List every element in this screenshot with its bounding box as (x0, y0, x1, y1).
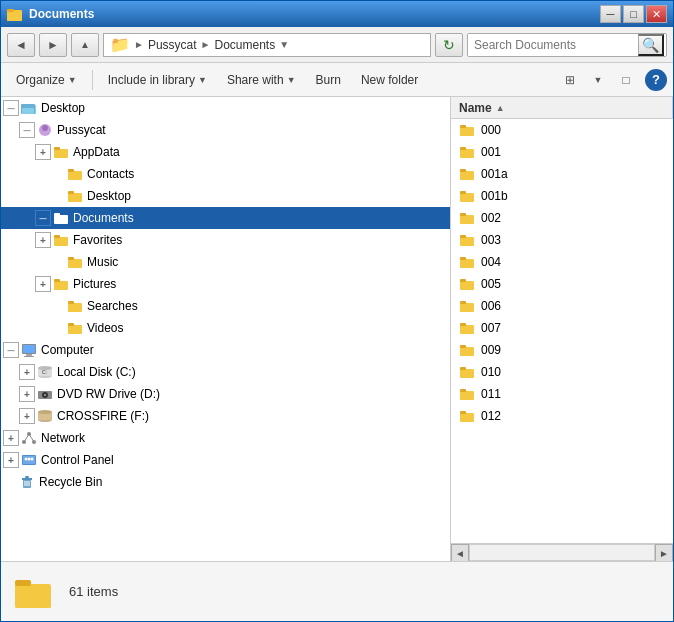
help-button[interactable]: ? (645, 69, 667, 91)
svg-rect-11 (68, 169, 74, 172)
expand-pussycat[interactable]: ─ (19, 122, 35, 138)
address-bar: ◄ ► ▲ 📁 ► Pussycat ► Documents ▼ ↻ 🔍 (1, 27, 673, 63)
tree-item-music[interactable]: Music (1, 251, 450, 273)
expand-documents[interactable]: ─ (35, 210, 51, 226)
file-folder-icon (459, 144, 475, 160)
svg-rect-56 (460, 127, 474, 136)
file-list-item[interactable]: 000 (451, 119, 673, 141)
svg-rect-72 (460, 303, 474, 312)
svg-rect-74 (460, 325, 474, 334)
layout-button[interactable]: □ (613, 68, 639, 92)
crossfire-icon (37, 408, 53, 424)
expand-dvd-drive[interactable]: + (19, 386, 35, 402)
up-button[interactable]: ▲ (71, 33, 99, 57)
expand-pictures[interactable]: + (35, 276, 51, 292)
file-list-item[interactable]: 001b (451, 185, 673, 207)
h-scroll-left-button[interactable]: ◄ (451, 544, 469, 561)
tree-item-documents[interactable]: ─ Documents (1, 207, 450, 229)
tree-item-favorites[interactable]: + Favorites (1, 229, 450, 251)
name-column-header[interactable]: Name ▲ (451, 97, 673, 118)
views-arrow-button[interactable]: ▼ (585, 68, 611, 92)
path-documents[interactable]: Documents (215, 38, 276, 52)
right-panel: Name ▲ 000 001 001a 00 (451, 97, 673, 561)
close-button[interactable]: ✕ (646, 5, 667, 23)
h-scroll-right-button[interactable]: ► (655, 544, 673, 561)
expand-crossfire[interactable]: + (19, 408, 35, 424)
file-folder-icon (459, 232, 475, 248)
expand-network[interactable]: + (3, 430, 19, 446)
tree-item-desktop[interactable]: ─ Desktop (1, 97, 450, 119)
svg-rect-2 (7, 9, 14, 12)
maximize-button[interactable]: □ (623, 5, 644, 23)
svg-rect-75 (460, 323, 466, 326)
search-input[interactable] (468, 34, 638, 56)
expand-local-disk[interactable]: + (19, 364, 35, 380)
back-button[interactable]: ◄ (7, 33, 35, 57)
expand-favorites[interactable]: + (35, 232, 51, 248)
forward-button[interactable]: ► (39, 33, 67, 57)
tree-item-pictures[interactable]: + Pictures (1, 273, 450, 295)
tree-item-crossfire[interactable]: + CROSSFIRE (F:) (1, 405, 450, 427)
tree-item-pussycat[interactable]: ─ Pussycat (1, 119, 450, 141)
file-list-item[interactable]: 007 (451, 317, 673, 339)
file-list-item[interactable]: 001a (451, 163, 673, 185)
h-scroll-track[interactable] (469, 544, 655, 561)
expand-appdata[interactable]: + (35, 144, 51, 160)
organize-button[interactable]: Organize ▼ (7, 67, 86, 93)
file-folder-icon (459, 342, 475, 358)
tree-item-desktop2[interactable]: Desktop (1, 185, 450, 207)
file-folder-icon (459, 386, 475, 402)
file-list-item[interactable]: 009 (451, 339, 673, 361)
path-pussycat[interactable]: Pussycat (148, 38, 197, 52)
svg-rect-25 (68, 323, 74, 326)
file-list-item[interactable]: 011 (451, 383, 673, 405)
svg-rect-62 (460, 193, 474, 202)
desktop-folder-icon (21, 100, 37, 116)
local-disk-icon: C: (37, 364, 53, 380)
svg-rect-8 (54, 149, 68, 158)
file-list-item[interactable]: 004 (451, 251, 673, 273)
expand-control-panel[interactable]: + (3, 452, 19, 468)
file-list-item[interactable]: 006 (451, 295, 673, 317)
appdata-icon (53, 144, 69, 160)
tree-item-local-disk[interactable]: + C: Local Disk (C:) (1, 361, 450, 383)
svg-rect-61 (460, 169, 466, 172)
file-name: 001 (481, 145, 501, 159)
status-bar: 61 items (1, 561, 673, 621)
file-list-item[interactable]: 001 (451, 141, 673, 163)
share-with-button[interactable]: Share with ▼ (218, 67, 305, 93)
path-dropdown[interactable]: ▼ (279, 39, 289, 50)
include-in-library-button[interactable]: Include in library ▼ (99, 67, 216, 93)
horizontal-scrollbar: ◄ ► (451, 543, 673, 561)
svg-rect-85 (15, 580, 31, 586)
svg-rect-23 (68, 301, 74, 304)
tree-item-network[interactable]: + Network (1, 427, 450, 449)
file-list-item[interactable]: 005 (451, 273, 673, 295)
minimize-button[interactable]: ─ (600, 5, 621, 23)
tree-label-desktop: Desktop (41, 101, 85, 115)
file-name: 000 (481, 123, 501, 137)
new-folder-button[interactable]: New folder (352, 67, 427, 93)
file-folder-icon (459, 188, 475, 204)
file-list-item[interactable]: 003 (451, 229, 673, 251)
file-list-item[interactable]: 002 (451, 207, 673, 229)
tree-item-control-panel[interactable]: + Control Panel (1, 449, 450, 471)
tree-item-videos[interactable]: Videos (1, 317, 450, 339)
dvd-drive-icon (37, 386, 53, 402)
burn-button[interactable]: Burn (307, 67, 350, 93)
file-name: 002 (481, 211, 501, 225)
views-button[interactable]: ⊞ (557, 68, 583, 92)
file-folder-icon (459, 298, 475, 314)
tree-item-appdata[interactable]: + AppData (1, 141, 450, 163)
tree-item-dvd-drive[interactable]: + DVD RW Drive (D:) (1, 383, 450, 405)
refresh-button[interactable]: ↻ (435, 33, 463, 57)
tree-item-computer[interactable]: ─ Computer (1, 339, 450, 361)
expand-computer[interactable]: ─ (3, 342, 19, 358)
tree-item-contacts[interactable]: Contacts (1, 163, 450, 185)
search-button[interactable]: 🔍 (638, 34, 664, 56)
tree-item-searches[interactable]: Searches (1, 295, 450, 317)
file-list-item[interactable]: 010 (451, 361, 673, 383)
tree-item-recycle-bin[interactable]: Recycle Bin (1, 471, 450, 493)
expand-desktop[interactable]: ─ (3, 100, 19, 116)
file-list-item[interactable]: 012 (451, 405, 673, 427)
